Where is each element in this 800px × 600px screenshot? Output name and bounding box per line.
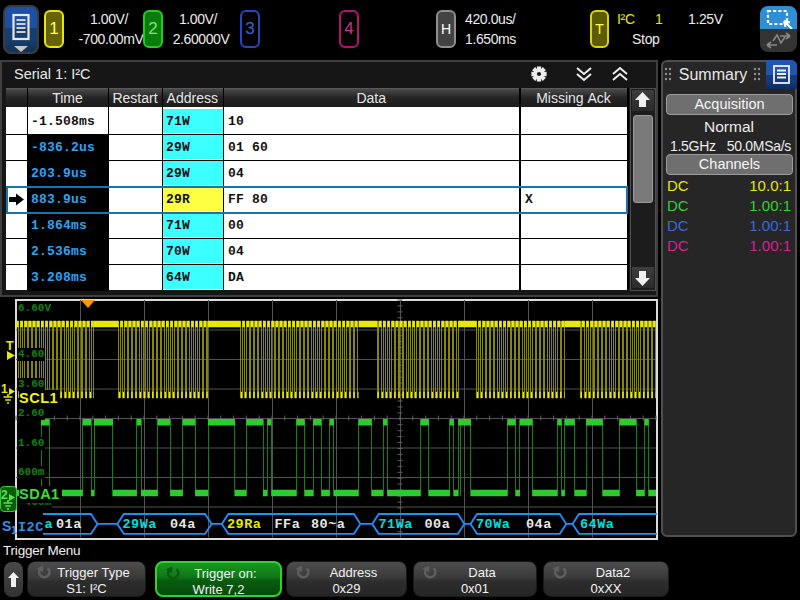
svg-text:2: 2: [1, 488, 8, 502]
svg-text:1: 1: [1, 382, 8, 396]
